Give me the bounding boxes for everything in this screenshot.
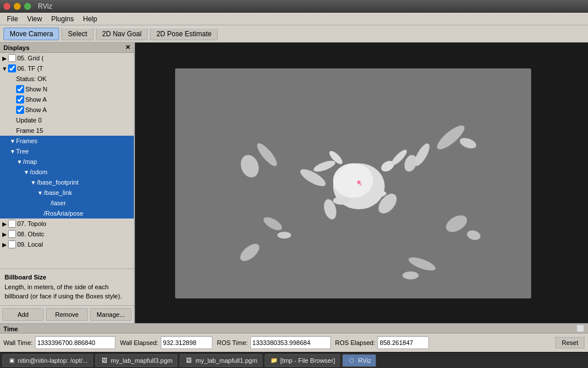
terminal-icon: ▣ [7,356,16,365]
expand-obstacle-icon: ▶ [1,231,8,237]
wall-elapsed-label: Wall Elapsed: [120,339,158,346]
left-panel: Displays ✕ ▶ 05. Grid ( ▼ 06. TF (T Stat… [0,43,135,323]
grid-label: 05. Grid ( [17,55,44,62]
2d-nav-goal-button[interactable]: 2D Nav Goal [96,28,148,40]
expand-frames-icon: ▼ [9,138,16,144]
local-checkbox[interactable] [8,240,16,248]
timebar: Time ⬜ Wall Time: Wall Elapsed: ROS Time… [0,323,588,352]
manage-button[interactable]: Manage... [90,308,131,321]
window-title: RViz [38,2,52,10]
display-item-local[interactable]: ▶ 09. Local [0,239,134,250]
add-button[interactable]: Add [2,308,44,321]
display-item-obstacle[interactable]: ▶ 08. Obstc [0,229,134,239]
displays-list[interactable]: ▶ 05. Grid ( ▼ 06. TF (T Status: OK Show… [0,53,134,269]
odom-label: /odom [30,168,48,175]
display-item-rosaria-pose[interactable]: /RosAria/pose [0,208,134,218]
display-item-update[interactable]: Update 0 [0,115,134,125]
expand-local-icon: ▶ [1,241,8,248]
display-item-tree[interactable]: ▼ Tree [0,146,134,156]
display-item-grid[interactable]: ▶ 05. Grid ( [0,53,134,63]
menu-file[interactable]: File [2,14,22,24]
display-item-showA2[interactable]: Show A [0,105,134,115]
viewport[interactable] [135,43,588,323]
timebar-resize-icon: ⬜ [577,325,585,332]
rosaria-label: /RosAria/pose [44,210,83,217]
svg-point-25 [403,271,419,279]
left-panel-buttons: Add Remove Manage... [0,305,134,323]
expand-base-link-icon: ▼ [37,190,44,196]
wall-time-label: Wall Time: [3,339,33,346]
taskbar-item-filebrowser[interactable]: 📁 [tmp - File Browser] [265,354,340,367]
display-item-status[interactable]: Status: OK [0,74,134,84]
showN-label: Show N [25,86,48,93]
obstacle-checkbox[interactable] [8,230,16,238]
topology-label: 07. Topolo [17,220,47,227]
menu-view[interactable]: View [22,14,47,24]
svg-point-3 [333,163,373,198]
display-item-topology[interactable]: ▶ 07. Topolo [0,218,134,229]
close-button[interactable] [3,3,10,10]
timebar-title: Time [3,325,18,332]
move-camera-button[interactable]: Move Camera [3,28,59,40]
local-label: 09. Local [17,241,43,248]
display-item-base-link[interactable]: ▼ /base_link [0,187,134,198]
ros-time-input[interactable] [250,336,331,349]
taskbar-item-rviz[interactable]: ⬡ RViz [342,354,376,367]
toolbar: Move Camera Select 2D Nav Goal 2D Pose E… [0,25,588,43]
display-item-showN[interactable]: Show N [0,84,134,94]
display-item-tf[interactable]: ▼ 06. TF (T [0,63,134,74]
display-item-frame[interactable]: Frame 15 [0,125,134,136]
displays-header: Displays ✕ [0,43,134,53]
display-item-map[interactable]: ▼ /map [0,156,134,167]
ros-elapsed-input[interactable] [377,336,429,349]
expand-map-icon: ▼ [16,159,23,165]
obstacle-label: 08. Obstc [17,231,44,237]
taskbar-item-map1[interactable]: 🖼 my_lab_mapfull1.pgm [180,354,262,367]
remove-button[interactable]: Remove [46,308,87,321]
rviz-icon: ⬡ [347,356,355,365]
taskbar-item-map3[interactable]: 🖼 my_lab_mapfull3.pgm [95,354,178,367]
wall-elapsed-group: Wall Elapsed: [120,336,212,349]
showA1-checkbox[interactable] [16,95,24,103]
display-item-laser[interactable]: /laser [0,198,134,208]
billboard-description: Length, in meters, of the side of each b… [5,283,129,301]
status-label: Status: OK [16,75,47,82]
grid-checkbox[interactable] [8,54,16,62]
svg-point-26 [357,181,361,184]
display-item-odom[interactable]: ▼ /odom [0,167,134,177]
display-item-showA1[interactable]: Show A [0,94,134,105]
display-item-base-footprint[interactable]: ▼ /base_footprint [0,177,134,187]
showN-checkbox[interactable] [16,85,24,93]
laser-label: /laser [51,200,66,206]
billboard-title: Billboard Size [5,274,129,281]
display-item-frames[interactable]: ▼ Frames [0,136,134,146]
minimize-button[interactable] [14,3,21,10]
expand-tree-icon: ▼ [9,148,16,155]
2d-pose-estimate-button[interactable]: 2D Pose Estimate [150,28,218,40]
tf-checkbox[interactable] [8,64,16,72]
reset-button[interactable]: Reset [555,337,585,348]
ros-elapsed-group: ROS Elapsed: [335,336,430,349]
wall-elapsed-input[interactable] [161,336,212,349]
frames-label: Frames [16,137,37,144]
tree-label: Tree [16,148,29,155]
expand-tf-icon: ▼ [1,66,8,72]
wall-time-group: Wall Time: [3,336,115,349]
displays-title: Displays [3,44,29,51]
expand-grid-icon: ▶ [1,55,8,62]
titlebar: RViz [0,0,588,13]
select-button[interactable]: Select [61,28,93,40]
menu-help[interactable]: Help [79,14,102,24]
base-link-label: /base_link [44,189,72,196]
showA2-checkbox[interactable] [16,106,24,114]
map-label: /map [23,158,37,165]
frame-label: Frame 15 [16,127,43,134]
topology-checkbox[interactable] [8,220,16,228]
taskbar-item-terminal[interactable]: ▣ nitin@nitin-laptop: /opt/... [2,354,93,367]
map3-label: my_lab_mapfull3.pgm [111,357,173,364]
maximize-button[interactable] [24,3,31,10]
wall-time-input[interactable] [35,336,115,349]
displays-close[interactable]: ✕ [125,44,130,51]
menu-plugins[interactable]: Plugins [47,14,78,24]
showA2-label: Show A [25,106,47,113]
